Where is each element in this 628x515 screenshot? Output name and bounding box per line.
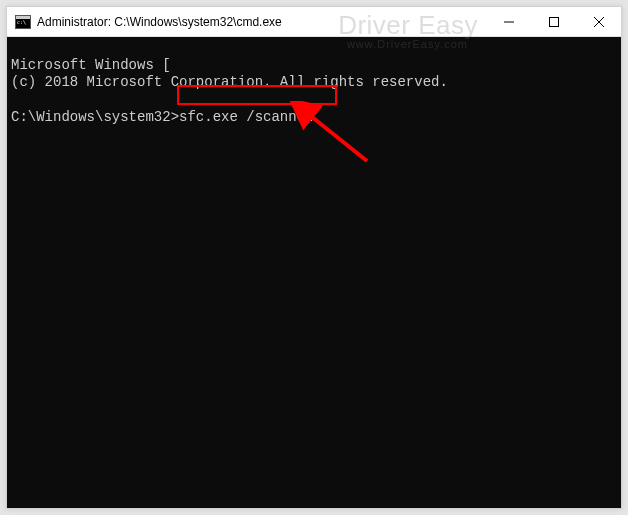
window-controls (486, 7, 621, 36)
minimize-button[interactable] (486, 7, 531, 36)
console-prompt: C:\Windows\system32> (11, 109, 179, 125)
console-command: sfc.exe /scannow (179, 109, 313, 125)
close-button[interactable] (576, 7, 621, 36)
titlebar[interactable]: Administrator: C:\Windows\system32\cmd.e… (7, 7, 621, 37)
cmd-window: Administrator: C:\Windows\system32\cmd.e… (6, 6, 622, 509)
maximize-button[interactable] (531, 7, 576, 36)
console-line-copyright: (c) 2018 Microsoft Corporation. All righ… (11, 74, 448, 90)
window-title: Administrator: C:\Windows\system32\cmd.e… (37, 15, 486, 29)
svg-rect-1 (549, 17, 558, 26)
cmd-icon (15, 15, 31, 29)
console-area[interactable]: Microsoft Windows [ (c) 2018 Microsoft C… (7, 37, 621, 508)
console-line-version: Microsoft Windows [ (11, 57, 171, 73)
